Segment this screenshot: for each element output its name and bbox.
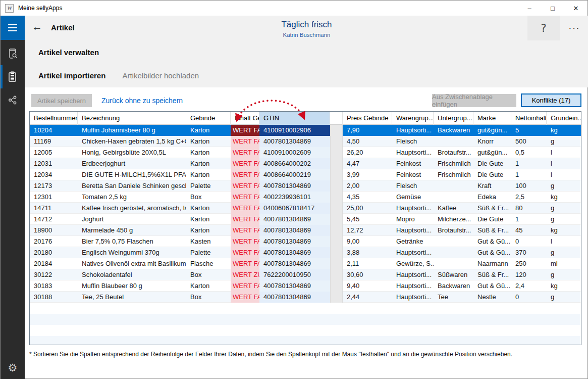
cell-bezeichnung: DIE GUTE H-MILCH1,5%6X1L PFAND	[78, 169, 186, 180]
settings-button[interactable]: ⚙	[1, 356, 25, 379]
table-row[interactable]: 12034DIE GUTE H-MILCH1,5%6X1L PFANDKarto…	[30, 169, 581, 180]
table-row[interactable]: 14711Kaffee frisch geröstet, aromatisch,…	[30, 203, 581, 214]
cell-preis: 4,35	[343, 192, 392, 203]
cell-bestellnummer: 12034	[30, 169, 78, 180]
cell-gebinde: Box	[186, 192, 231, 203]
titlebar: w Meine sellyApps – □ ✕	[1, 1, 587, 16]
cell-gebinde: Box	[186, 292, 231, 303]
cell-untergruppe: Backwaren	[434, 125, 473, 136]
cell-spacer	[330, 269, 343, 280]
sidebar-item-articles[interactable]	[1, 65, 25, 88]
cell-marke: Gut & Gü...	[473, 247, 511, 258]
cell-grundeinheit: g	[547, 180, 581, 192]
cell-marke: Nestle	[473, 292, 511, 303]
table-row[interactable]: 12031ErdbeerjoghurtKartonWERT FALSCH4008…	[30, 158, 581, 169]
cell-nettoinhalt: 1	[511, 169, 547, 180]
table-row[interactable]: 30188Tee, 25 BeutelBoxWERT FALSCH4007801…	[30, 292, 581, 303]
column-header-inhalt-gebinde[interactable]: Inhalt Gebinde	[231, 112, 259, 125]
column-header-grundeinheit[interactable]: Grundein...	[547, 112, 581, 125]
cell-warengruppe: Hauptsorti...	[392, 225, 434, 236]
more-options-button[interactable]: ···	[564, 22, 584, 35]
help-button[interactable]: ?	[527, 16, 560, 40]
cell-inhalt: WERT FALSCH	[231, 258, 259, 269]
cell-marke: Die Gute	[473, 169, 511, 180]
column-header-marke[interactable]: Marke	[473, 112, 511, 125]
table-row[interactable]: 10204Muffin Johannisbeer 80 gKartonWERT …	[30, 125, 581, 136]
empty-row	[30, 325, 581, 336]
empty-row	[30, 314, 581, 325]
cell-spacer	[330, 258, 343, 269]
cell-untergruppe	[434, 180, 473, 192]
table-row[interactable]: 30183Muffin Blaubeer 80 gKartonWERT FALS…	[30, 280, 581, 292]
cell-grundeinheit: g	[547, 214, 581, 225]
cell-bestellnummer: 12173	[30, 180, 78, 192]
column-header-preis-gebinde[interactable]: Preis Gebinde	[343, 112, 392, 125]
cell-bestellnummer: 30122	[30, 269, 78, 280]
table-row[interactable]: 12005Honig, Gebirgsblüte 20X0,5LKartonWE…	[30, 147, 581, 158]
cell-gtin: 4007801304869	[259, 225, 330, 236]
cell-untergruppe	[434, 258, 473, 269]
cell-grundeinheit: g	[547, 136, 581, 147]
sidebar-item-share[interactable]	[1, 88, 25, 112]
table-row[interactable]: 18900Marmelade 450 gKartonWERT FALSCH400…	[30, 225, 581, 236]
column-header-nettoinhalt[interactable]: Nettoinhalt	[511, 112, 547, 125]
cell-inhalt: WERT FALSCH	[231, 169, 259, 180]
save-articles-button[interactable]: Artikel speichern	[31, 94, 92, 107]
column-header-warengruppe[interactable]: Warengrup...	[392, 112, 434, 125]
cell-nettoinhalt: 1	[511, 158, 547, 169]
grid-header-row: Bestellnummer Bezeichnung Gebinde Inhalt…	[30, 112, 581, 125]
cell-marke: gut&gün...	[473, 125, 511, 136]
cell-bezeichnung: Muffin Johannisbeer 80 g	[78, 125, 186, 136]
cell-bestellnummer: 14711	[30, 203, 78, 214]
cell-nettoinhalt: 0	[511, 292, 547, 303]
cell-inhalt: WERT FALSCH	[231, 292, 259, 303]
cell-grundeinheit: kg	[547, 280, 581, 292]
cell-gebinde: Box	[186, 269, 231, 280]
paste-from-clipboard-button[interactable]: Aus Zwischenablage einfügen	[432, 94, 516, 107]
cell-untergruppe: Süßwaren	[434, 269, 473, 280]
tab-artikelbilder-hochladen[interactable]: Artikelbilder hochladen	[122, 71, 199, 80]
minimize-icon[interactable]: –	[518, 1, 541, 16]
table-row[interactable]: 20184Natives Olivenöl extra mit Basiliku…	[30, 258, 581, 269]
cell-gtin: 4007801304869	[259, 292, 330, 303]
cell-inhalt: WERT FALSCH	[231, 236, 259, 247]
close-icon[interactable]: ✕	[564, 1, 587, 16]
cell-inhalt: WERT FALSCH	[231, 180, 259, 192]
column-header-bezeichnung[interactable]: Bezeichnung	[78, 112, 186, 125]
cell-spacer	[330, 192, 343, 203]
cell-inhalt: WERT FALSCH	[231, 214, 259, 225]
sidebar-item-catalog[interactable]	[1, 42, 25, 65]
table-row[interactable]: 12173Beretta San Daniele Schinken geschn…	[30, 180, 581, 192]
cell-inhalt: WERT FALSCH	[231, 247, 259, 258]
cell-gebinde: Kasten	[186, 236, 231, 247]
conflicts-button[interactable]: Konflikte (17)	[521, 93, 581, 107]
table-row[interactable]: 14712JoghurtKartonWERT FALSCH40078013048…	[30, 214, 581, 225]
table-row[interactable]: 12301Tomaten 2,5 kgBoxWERT FALSCH4002239…	[30, 192, 581, 203]
back-without-saving-link[interactable]: Zurück ohne zu speichern	[101, 97, 183, 105]
table-row[interactable]: 20176Bier 7,5% 0,75 FlaschenKastenWERT F…	[30, 236, 581, 247]
table-row[interactable]: 20180Englisch Weingummi 370gPaletteWERT …	[30, 247, 581, 258]
tab-artikel-importieren[interactable]: Artikel importieren	[38, 71, 105, 80]
table-row[interactable]: 30122SchokoladentafelBoxWERT ZU LANG7622…	[30, 269, 581, 280]
column-header-untergruppe[interactable]: Untergrup...	[434, 112, 473, 125]
cell-bestellnummer: 20184	[30, 258, 78, 269]
store-name: Täglich frisch	[25, 20, 588, 30]
table-row[interactable]: 11169Chicken-Haxen gebraten 1,5 kg C+CKa…	[30, 136, 581, 147]
cell-preis: 7,90	[343, 125, 392, 136]
cell-spacer	[330, 136, 343, 147]
cell-bezeichnung: Joghurt	[78, 214, 186, 225]
cell-spacer	[330, 180, 343, 192]
store-header: Täglich frisch Katrin Buschmann	[25, 20, 588, 38]
maximize-icon[interactable]: □	[541, 1, 564, 16]
cell-preis: 9,00	[343, 236, 392, 247]
cell-bezeichnung: Beretta San Daniele Schinken geschni...	[78, 180, 186, 192]
column-header-gebinde[interactable]: Gebinde	[186, 112, 231, 125]
column-header-gtin[interactable]: GTIN	[259, 112, 330, 125]
clipboard-icon	[7, 71, 19, 83]
cell-bezeichnung: Tee, 25 Beutel	[78, 292, 186, 303]
cell-bezeichnung: Muffin Blaubeer 80 g	[78, 280, 186, 292]
cell-grundeinheit: kg	[547, 125, 581, 136]
cell-gtin: 4007801304869	[259, 180, 330, 192]
column-header-bestellnummer[interactable]: Bestellnummer	[30, 112, 78, 125]
hamburger-menu-button[interactable]	[1, 16, 25, 40]
